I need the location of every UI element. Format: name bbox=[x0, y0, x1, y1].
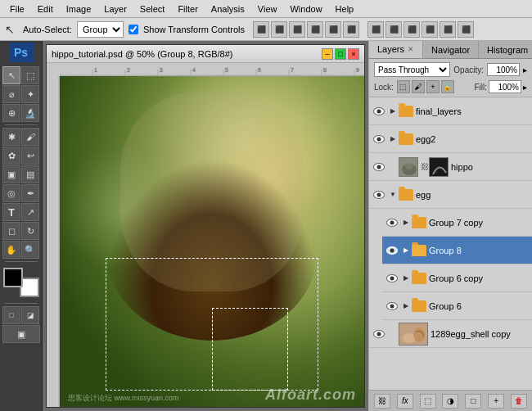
menu-help[interactable]: Help bbox=[329, 2, 361, 16]
folder-icon-group7copy bbox=[412, 217, 426, 228]
shape-tool-btn[interactable]: ◻ bbox=[2, 222, 20, 240]
menu-layer[interactable]: Layer bbox=[97, 2, 133, 16]
3d-rotate-btn[interactable]: ↻ bbox=[21, 222, 39, 240]
align-icons: ⬛ ⬛ ⬛ ⬛ ⬛ ⬛ ⬛ ⬛ ⬛ ⬛ ⬛ ⬛ bbox=[253, 21, 474, 38]
menu-select[interactable]: Select bbox=[133, 2, 172, 16]
expand-group8[interactable]: ▶ bbox=[400, 245, 412, 256]
lock-position-btn[interactable]: + bbox=[426, 80, 440, 93]
layer-item-egg[interactable]: ▼ egg bbox=[369, 181, 532, 209]
show-transform-checkbox[interactable] bbox=[128, 25, 138, 34]
menu-file[interactable]: File bbox=[3, 2, 31, 16]
layer-vis-group6copy[interactable] bbox=[385, 272, 399, 285]
expand-group7copy[interactable]: ▶ bbox=[400, 217, 412, 228]
layer-vis-hippo[interactable] bbox=[372, 160, 385, 174]
ruler-h-marks: 1 2 3 4 5 6 7 8 9 10 bbox=[60, 63, 364, 76]
quick-mask-btn[interactable]: ◪ bbox=[21, 306, 39, 324]
dist-right-btn[interactable]: ⬛ bbox=[404, 21, 420, 38]
zoom-tool-btn[interactable]: 🔍 bbox=[21, 241, 39, 259]
screen-mode-btn[interactable]: ▣ bbox=[2, 325, 40, 343]
dist-left-btn[interactable]: ⬛ bbox=[367, 21, 384, 38]
menu-filter[interactable]: Filter bbox=[171, 2, 204, 16]
lock-transparent-btn[interactable]: ⬚ bbox=[397, 80, 410, 93]
layer-item-hippo[interactable]: ⛓ hippo bbox=[369, 153, 532, 181]
align-center-h-btn[interactable]: ⬛ bbox=[271, 21, 287, 38]
dist-top-btn[interactable]: ⬛ bbox=[422, 21, 438, 38]
layer-vis-group6[interactable] bbox=[385, 300, 399, 313]
spot-heal-btn[interactable]: ✱ bbox=[2, 128, 20, 146]
new-layer-btn[interactable]: + bbox=[488, 394, 504, 409]
window-close-btn[interactable]: × bbox=[348, 48, 359, 60]
auto-select-dropdown[interactable]: Group Layer bbox=[77, 21, 124, 38]
delete-layer-btn[interactable]: 🗑 bbox=[511, 394, 527, 409]
layer-item-group6copy[interactable]: ▶ Group 6 copy bbox=[382, 264, 532, 292]
expand-egg2[interactable]: ▶ bbox=[387, 133, 399, 145]
align-top-btn[interactable]: ⬛ bbox=[307, 21, 323, 38]
new-group-btn[interactable]: □ bbox=[465, 394, 481, 409]
align-left-btn[interactable]: ⬛ bbox=[253, 21, 269, 38]
layer-vis-group8[interactable] bbox=[385, 244, 399, 257]
layer-item-egg-shell[interactable]: 1289egg_shell copy bbox=[369, 320, 532, 348]
window-maximize-btn[interactable]: □ bbox=[335, 48, 346, 60]
eyedropper-btn[interactable]: 🔬 bbox=[21, 104, 39, 122]
hand-tool-btn[interactable]: ✋ bbox=[2, 241, 20, 259]
layer-item-group6[interactable]: ▶ Group 6 bbox=[382, 292, 532, 320]
layer-item-group8[interactable]: ▶ Group 8 bbox=[382, 237, 532, 264]
layer-vis-group7copy[interactable] bbox=[385, 216, 399, 229]
eraser-btn[interactable]: ▣ bbox=[2, 165, 20, 183]
tab-navigator[interactable]: Navigator bbox=[423, 41, 479, 58]
layer-item-egg2[interactable]: ▶ egg2 bbox=[369, 125, 532, 153]
fill-arrow[interactable]: ▸ bbox=[523, 83, 527, 92]
text-tool-btn[interactable]: T bbox=[2, 203, 20, 221]
tab-layers[interactable]: Layers ✕ bbox=[369, 41, 423, 58]
menu-edit[interactable]: Edit bbox=[31, 2, 60, 16]
menu-image[interactable]: Image bbox=[60, 2, 98, 16]
crop-tool-btn[interactable]: ⊕ bbox=[2, 104, 20, 122]
opacity-arrow[interactable]: ▸ bbox=[523, 65, 527, 75]
standard-mode-btn[interactable]: □ bbox=[2, 306, 20, 324]
expand-group6copy[interactable]: ▶ bbox=[400, 273, 412, 284]
move-tool-btn[interactable]: ↖ bbox=[2, 66, 20, 84]
blend-mode-select[interactable]: Pass Through Normal Multiply Screen Over… bbox=[374, 62, 450, 77]
dist-center-h-btn[interactable]: ⬛ bbox=[385, 21, 402, 38]
path-select-btn[interactable]: ↗ bbox=[21, 203, 39, 221]
layer-fx-btn[interactable]: fx bbox=[397, 394, 413, 409]
link-layers-btn[interactable]: ⛓ bbox=[374, 394, 390, 409]
add-mask-btn[interactable]: ⬚ bbox=[420, 394, 436, 409]
tab-layers-close[interactable]: ✕ bbox=[408, 45, 414, 53]
align-right-btn[interactable]: ⬛ bbox=[289, 21, 305, 38]
align-bottom-btn[interactable]: ⬛ bbox=[343, 21, 359, 38]
dodge-btn[interactable]: ◎ bbox=[2, 184, 20, 202]
canvas-content[interactable]: Alfoart.com 思客设计论坛 www.missyuan.com bbox=[60, 76, 364, 407]
opacity-input[interactable] bbox=[487, 63, 520, 76]
expand-final-layers[interactable]: ▶ bbox=[387, 106, 399, 117]
expand-egg[interactable]: ▼ bbox=[387, 189, 399, 201]
layer-vis-egg2[interactable] bbox=[372, 133, 385, 146]
menu-window[interactable]: Window bbox=[283, 2, 328, 16]
lasso-tool-btn[interactable]: ⌀ bbox=[2, 85, 20, 103]
lock-image-btn[interactable]: 🖌 bbox=[412, 80, 425, 93]
layer-item-final-layers[interactable]: ▶ final_layers bbox=[369, 97, 532, 125]
brush-tool-btn[interactable]: 🖌 bbox=[21, 128, 39, 146]
clone-stamp-btn[interactable]: ✿ bbox=[2, 147, 20, 165]
menu-view[interactable]: View bbox=[251, 2, 284, 16]
layer-item-group7copy[interactable]: ▶ Group 7 copy bbox=[382, 209, 532, 237]
marquee-tool-btn[interactable]: ⬚ bbox=[21, 66, 39, 84]
magic-wand-btn[interactable]: ✦ bbox=[21, 85, 39, 103]
tab-histogram[interactable]: Histogram bbox=[479, 41, 532, 58]
dist-center-v-btn[interactable]: ⬛ bbox=[440, 21, 456, 38]
expand-group6[interactable]: ▶ bbox=[400, 300, 412, 312]
menu-analysis[interactable]: Analysis bbox=[205, 2, 251, 16]
align-center-v-btn[interactable]: ⬛ bbox=[325, 21, 341, 38]
foreground-color-swatch[interactable] bbox=[3, 268, 23, 287]
window-minimize-btn[interactable]: – bbox=[322, 48, 333, 60]
layer-vis-final-layers[interactable] bbox=[372, 105, 385, 118]
lock-all-btn[interactable]: 🔒 bbox=[441, 80, 454, 93]
gradient-btn[interactable]: ▤ bbox=[21, 165, 39, 183]
layer-vis-egg-shell[interactable] bbox=[372, 327, 385, 341]
history-brush-btn[interactable]: ↩ bbox=[21, 147, 39, 165]
pen-btn[interactable]: ✒ bbox=[21, 184, 39, 202]
layer-vis-egg[interactable] bbox=[372, 188, 385, 201]
add-adjustment-btn[interactable]: ◑ bbox=[442, 394, 458, 409]
dist-bottom-btn[interactable]: ⬛ bbox=[458, 21, 474, 38]
fill-input[interactable] bbox=[489, 80, 521, 93]
